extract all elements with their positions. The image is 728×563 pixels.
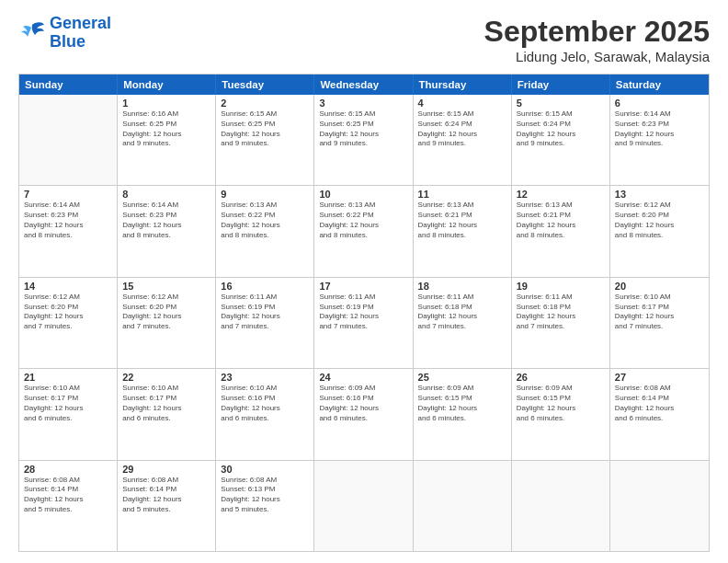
day-cell-29: 29Sunrise: 6:08 AM Sunset: 6:14 PM Dayli… [118, 461, 216, 551]
header-day-saturday: Saturday [610, 75, 709, 95]
day-number: 4 [418, 98, 506, 109]
day-cell-27: 27Sunrise: 6:08 AM Sunset: 6:14 PM Dayli… [610, 369, 709, 459]
day-cell-3: 3Sunrise: 6:15 AM Sunset: 6:25 PM Daylig… [314, 95, 413, 185]
day-info: Sunrise: 6:10 AM Sunset: 6:17 PM Dayligh… [122, 384, 210, 423]
day-info: Sunrise: 6:09 AM Sunset: 6:15 PM Dayligh… [517, 384, 605, 423]
day-info: Sunrise: 6:14 AM Sunset: 6:23 PM Dayligh… [615, 109, 704, 149]
day-cell-12: 12Sunrise: 6:13 AM Sunset: 6:21 PM Dayli… [512, 186, 610, 276]
day-number: 24 [319, 372, 407, 383]
day-info: Sunrise: 6:13 AM Sunset: 6:21 PM Dayligh… [418, 201, 506, 240]
empty-cell-4-4 [414, 461, 512, 551]
day-cell-20: 20Sunrise: 6:10 AM Sunset: 6:17 PM Dayli… [610, 278, 709, 368]
day-cell-15: 15Sunrise: 6:12 AM Sunset: 6:20 PM Dayli… [118, 278, 216, 368]
day-cell-14: 14Sunrise: 6:12 AM Sunset: 6:20 PM Dayli… [19, 278, 118, 368]
day-number: 7 [24, 189, 112, 200]
day-cell-17: 17Sunrise: 6:11 AM Sunset: 6:19 PM Dayli… [314, 278, 413, 368]
calendar-header: SundayMondayTuesdayWednesdayThursdayFrid… [19, 75, 709, 95]
day-number: 6 [615, 98, 704, 109]
logo-line2: Blue [50, 32, 85, 51]
header-day-sunday: Sunday [19, 75, 118, 95]
day-number: 2 [221, 98, 309, 109]
day-number: 21 [24, 372, 112, 383]
day-cell-9: 9Sunrise: 6:13 AM Sunset: 6:22 PM Daylig… [216, 186, 314, 276]
day-cell-2: 2Sunrise: 6:15 AM Sunset: 6:25 PM Daylig… [216, 95, 314, 185]
day-info: Sunrise: 6:09 AM Sunset: 6:15 PM Dayligh… [418, 384, 506, 423]
day-number: 5 [517, 98, 605, 109]
day-info: Sunrise: 6:09 AM Sunset: 6:16 PM Dayligh… [319, 384, 407, 423]
logo-icon [18, 20, 46, 46]
day-info: Sunrise: 6:13 AM Sunset: 6:21 PM Dayligh… [517, 201, 605, 240]
day-info: Sunrise: 6:16 AM Sunset: 6:25 PM Dayligh… [122, 109, 210, 149]
day-cell-19: 19Sunrise: 6:11 AM Sunset: 6:18 PM Dayli… [512, 278, 610, 368]
day-number: 20 [615, 281, 704, 292]
day-cell-26: 26Sunrise: 6:09 AM Sunset: 6:15 PM Dayli… [512, 369, 610, 459]
day-number: 30 [221, 464, 309, 475]
day-cell-1: 1Sunrise: 6:16 AM Sunset: 6:25 PM Daylig… [118, 95, 216, 185]
day-cell-25: 25Sunrise: 6:09 AM Sunset: 6:15 PM Dayli… [414, 369, 512, 459]
day-info: Sunrise: 6:10 AM Sunset: 6:17 PM Dayligh… [615, 293, 704, 332]
day-cell-6: 6Sunrise: 6:14 AM Sunset: 6:23 PM Daylig… [610, 95, 709, 185]
logo: General Blue [18, 15, 111, 52]
calendar-week-3: 14Sunrise: 6:12 AM Sunset: 6:20 PM Dayli… [19, 278, 709, 369]
day-info: Sunrise: 6:12 AM Sunset: 6:20 PM Dayligh… [122, 293, 210, 332]
page: General Blue September 2025 Lidung Jelo,… [0, 0, 728, 563]
calendar: SundayMondayTuesdayWednesdayThursdayFrid… [18, 74, 710, 552]
day-info: Sunrise: 6:08 AM Sunset: 6:14 PM Dayligh… [24, 476, 112, 515]
empty-cell-4-5 [512, 461, 610, 551]
day-info: Sunrise: 6:11 AM Sunset: 6:19 PM Dayligh… [221, 293, 309, 332]
day-number: 3 [319, 98, 407, 109]
day-number: 25 [418, 372, 506, 383]
day-number: 14 [24, 281, 112, 292]
day-number: 12 [517, 189, 605, 200]
header: General Blue September 2025 Lidung Jelo,… [18, 15, 710, 64]
calendar-week-4: 21Sunrise: 6:10 AM Sunset: 6:17 PM Dayli… [19, 369, 709, 460]
day-cell-10: 10Sunrise: 6:13 AM Sunset: 6:22 PM Dayli… [314, 186, 413, 276]
day-info: Sunrise: 6:08 AM Sunset: 6:14 PM Dayligh… [615, 384, 704, 423]
calendar-week-5: 28Sunrise: 6:08 AM Sunset: 6:14 PM Dayli… [19, 461, 709, 551]
day-cell-5: 5Sunrise: 6:15 AM Sunset: 6:24 PM Daylig… [512, 95, 610, 185]
day-cell-30: 30Sunrise: 6:08 AM Sunset: 6:13 PM Dayli… [216, 461, 314, 551]
day-number: 16 [221, 281, 309, 292]
day-cell-22: 22Sunrise: 6:10 AM Sunset: 6:17 PM Dayli… [118, 369, 216, 459]
day-cell-4: 4Sunrise: 6:15 AM Sunset: 6:24 PM Daylig… [414, 95, 512, 185]
day-cell-16: 16Sunrise: 6:11 AM Sunset: 6:19 PM Dayli… [216, 278, 314, 368]
day-info: Sunrise: 6:15 AM Sunset: 6:25 PM Dayligh… [319, 109, 407, 149]
calendar-week-2: 7Sunrise: 6:14 AM Sunset: 6:23 PM Daylig… [19, 186, 709, 277]
header-day-wednesday: Wednesday [314, 75, 413, 95]
day-info: Sunrise: 6:10 AM Sunset: 6:17 PM Dayligh… [24, 384, 112, 423]
header-day-friday: Friday [512, 75, 610, 95]
day-info: Sunrise: 6:15 AM Sunset: 6:25 PM Dayligh… [221, 109, 309, 149]
day-number: 23 [221, 372, 309, 383]
logo-line1: General [50, 14, 111, 32]
day-info: Sunrise: 6:12 AM Sunset: 6:20 PM Dayligh… [615, 201, 704, 240]
day-number: 17 [319, 281, 407, 292]
day-number: 1 [122, 98, 210, 109]
day-cell-18: 18Sunrise: 6:11 AM Sunset: 6:18 PM Dayli… [414, 278, 512, 368]
day-info: Sunrise: 6:13 AM Sunset: 6:22 PM Dayligh… [221, 201, 309, 240]
day-cell-7: 7Sunrise: 6:14 AM Sunset: 6:23 PM Daylig… [19, 186, 118, 276]
empty-cell-4-6 [610, 461, 709, 551]
day-cell-11: 11Sunrise: 6:13 AM Sunset: 6:21 PM Dayli… [414, 186, 512, 276]
day-number: 13 [615, 189, 704, 200]
day-number: 8 [122, 189, 210, 200]
day-number: 29 [122, 464, 210, 475]
day-number: 11 [418, 189, 506, 200]
day-cell-13: 13Sunrise: 6:12 AM Sunset: 6:20 PM Dayli… [610, 186, 709, 276]
title-block: September 2025 Lidung Jelo, Sarawak, Mal… [484, 15, 710, 64]
day-info: Sunrise: 6:14 AM Sunset: 6:23 PM Dayligh… [24, 201, 112, 240]
day-cell-8: 8Sunrise: 6:14 AM Sunset: 6:23 PM Daylig… [118, 186, 216, 276]
month-title: September 2025 [484, 15, 710, 49]
day-number: 9 [221, 189, 309, 200]
day-info: Sunrise: 6:10 AM Sunset: 6:16 PM Dayligh… [221, 384, 309, 423]
day-info: Sunrise: 6:15 AM Sunset: 6:24 PM Dayligh… [517, 109, 605, 149]
day-info: Sunrise: 6:11 AM Sunset: 6:19 PM Dayligh… [319, 293, 407, 332]
day-number: 28 [24, 464, 112, 475]
day-info: Sunrise: 6:08 AM Sunset: 6:13 PM Dayligh… [221, 476, 309, 515]
empty-cell-0-0 [19, 95, 118, 185]
day-number: 10 [319, 189, 407, 200]
day-number: 15 [122, 281, 210, 292]
header-day-tuesday: Tuesday [216, 75, 314, 95]
day-cell-24: 24Sunrise: 6:09 AM Sunset: 6:16 PM Dayli… [314, 369, 413, 459]
day-cell-21: 21Sunrise: 6:10 AM Sunset: 6:17 PM Dayli… [19, 369, 118, 459]
empty-cell-4-3 [314, 461, 413, 551]
